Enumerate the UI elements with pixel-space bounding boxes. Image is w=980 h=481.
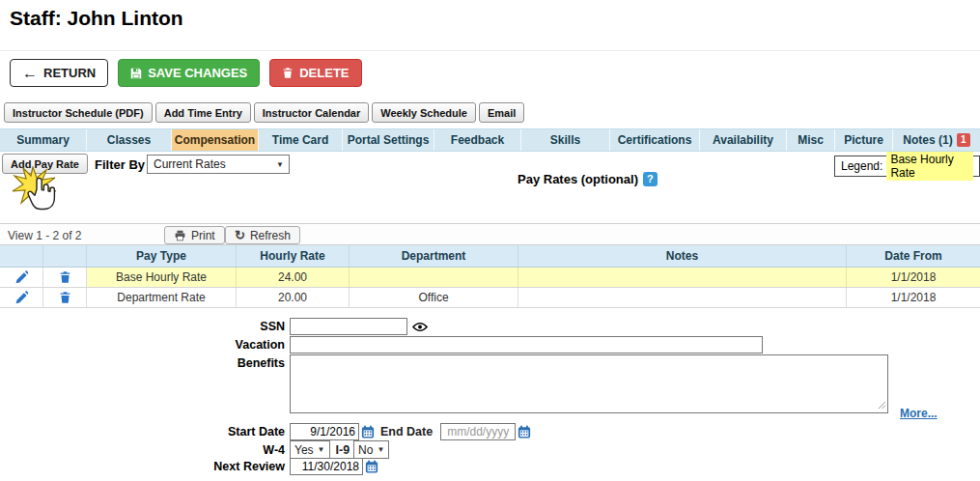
tab-availability[interactable]: Availability [700,129,787,151]
table-row-department-rate: Department Rate 20.00 Office 1/1/2018 [0,288,980,308]
filter-selected-value: Current Rates [154,157,226,171]
edit-column-header [0,245,43,267]
grid-toolbar: View 1 - 2 of 2 Print ↻ Refresh [0,223,980,245]
end-date-input[interactable] [440,423,516,440]
end-date-calendar-icon[interactable] [518,425,531,439]
refresh-icon: ↻ [235,229,245,241]
next-review-calendar-icon[interactable] [365,460,378,473]
dropdown-caret-icon: ▼ [318,445,325,454]
print-label: Print [191,229,215,242]
delete-button[interactable]: DELETE [269,59,361,87]
column-header-pay-type[interactable]: Pay Type [87,245,237,267]
delete-column-header [43,245,87,267]
notes-count-badge: 1 [957,133,970,147]
save-icon [130,68,142,79]
column-header-date-from[interactable]: Date From [847,245,980,267]
tab-bar: Summary Classes Compensation Time Card P… [0,128,980,152]
refresh-button[interactable]: ↻ Refresh [225,226,300,244]
action-toolbar: ← RETURN SAVE CHANGES DELETE [10,59,362,87]
legend-box: Legend: Base Hourly Rate [834,156,980,177]
tab-picture[interactable]: Picture [835,129,893,151]
column-header-notes[interactable]: Notes [518,245,847,267]
delete-label: DELETE [299,66,349,80]
save-changes-button[interactable]: SAVE CHANGES [118,59,260,87]
add-time-entry-button[interactable]: Add Time Entry [155,102,251,123]
pay-rates-section: Pay Rates (optional) ? [518,172,658,186]
start-date-label: Start Date [0,425,290,439]
legend-label: Legend: [841,159,882,173]
benefits-textarea[interactable] [290,354,888,413]
tab-notes[interactable]: Notes (1) 1 [893,129,980,151]
help-icon[interactable]: ? [643,172,658,186]
cell-department: Office [350,288,518,307]
column-header-department[interactable]: Department [350,245,518,267]
edit-pencil-icon[interactable] [14,270,28,284]
dropdown-caret-icon: ▼ [276,160,284,169]
cell-department [350,268,518,287]
w4-selected-value: Yes [294,443,314,457]
edit-pencil-icon[interactable] [14,291,28,304]
quick-links-bar: Instructor Schedule (PDF) Add Time Entry… [4,102,524,123]
return-button[interactable]: ← RETURN [10,59,108,87]
return-label: RETURN [43,66,96,80]
tab-compensation[interactable]: Compensation [172,129,259,151]
legend-base-hourly-rate: Base Hourly Rate [886,152,973,181]
cell-date-from: 1/1/2018 [847,268,980,287]
column-header-hourly-rate[interactable]: Hourly Rate [237,245,350,267]
email-button[interactable]: Email [479,102,524,123]
tab-notes-label: Notes (1) [903,133,952,147]
vacation-input[interactable] [290,336,763,354]
cell-date-from: 1/1/2018 [847,288,980,307]
tab-portal-settings[interactable]: Portal Settings [343,129,434,151]
benefits-label: Benefits [0,354,290,370]
start-date-calendar-icon[interactable] [361,425,375,439]
back-arrow-icon: ← [22,66,38,81]
tab-skills[interactable]: Skills [521,129,610,151]
table-header-row: Pay Type Hourly Rate Department Notes Da… [0,245,980,268]
delete-row-icon[interactable] [59,270,71,284]
filter-rates-select[interactable]: Current Rates ▼ [147,155,290,174]
cell-hourly-rate: 24.00 [237,268,350,287]
instructor-schedule-pdf-button[interactable]: Instructor Schedule (PDF) [4,102,153,123]
i9-selected-value: No [358,443,373,457]
next-review-row: Next Review [0,458,378,475]
delete-row-icon[interactable] [59,291,71,304]
staff-compensation-page: Staff: John Linton ← RETURN SAVE CHANGES… [0,0,980,481]
weekly-schedule-button[interactable]: Weekly Schedule [372,102,476,123]
pay-rates-table: Pay Type Hourly Rate Department Notes Da… [0,245,980,308]
click-cursor-graphic [12,166,68,220]
save-label: SAVE CHANGES [148,66,247,80]
w4-label: W-4 [0,443,290,457]
vacation-row: Vacation [0,336,763,354]
show-ssn-eye-icon[interactable] [412,322,428,332]
cell-pay-type: Base Hourly Rate [87,268,237,287]
dropdown-caret-icon: ▼ [377,445,384,454]
next-review-input[interactable] [290,458,363,475]
tab-time-card[interactable]: Time Card [259,129,343,151]
ssn-label: SSN [0,320,290,333]
w4-select[interactable]: Yes ▼ [290,440,330,459]
tab-certifications[interactable]: Certifications [610,129,700,151]
print-button[interactable]: Print [164,226,225,244]
i9-select[interactable]: No ▼ [353,440,389,459]
tab-feedback[interactable]: Feedback [434,129,521,151]
next-review-label: Next Review [0,460,290,473]
end-date-label: End Date [380,425,433,439]
resize-grip-icon[interactable] [878,396,886,413]
printer-icon [174,230,186,241]
instructor-calendar-button[interactable]: Instructor Calendar [254,102,369,123]
cell-pay-type: Department Rate [87,288,237,307]
filter-by-label: Filter By [95,157,145,172]
more-link[interactable]: More... [900,407,938,420]
start-date-input[interactable] [290,423,359,440]
title-divider [0,50,980,51]
tab-misc[interactable]: Misc [787,129,835,151]
tab-classes[interactable]: Classes [87,129,172,151]
tab-summary[interactable]: Summary [0,129,87,151]
ssn-input[interactable] [290,318,407,335]
w4-i9-row: W-4 Yes ▼ I-9 No ▼ [0,440,389,459]
pagination-info: View 1 - 2 of 2 [8,229,82,242]
cell-notes [518,268,847,287]
dates-row: Start Date End Date [0,423,531,440]
benefits-row: Benefits [0,354,888,417]
